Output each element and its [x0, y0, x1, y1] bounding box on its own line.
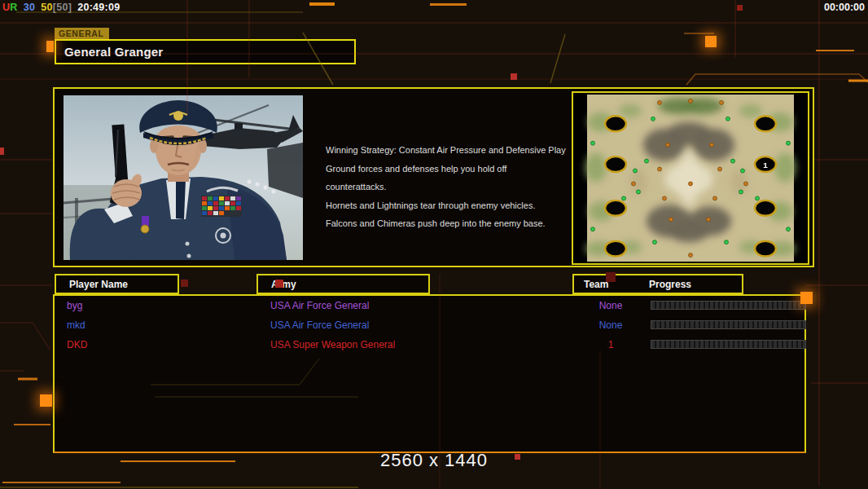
team-progress-header: Team Progress	[572, 274, 743, 294]
counter-reserve: [50]	[53, 2, 72, 13]
counter-blue: 30	[24, 2, 36, 13]
army-header-label: Army	[271, 279, 296, 290]
score-bar: UR3050[50]20:49:09	[2, 2, 121, 13]
team-cell: None	[574, 319, 647, 331]
glow-square	[40, 394, 52, 407]
general-tab: GENERAL	[55, 28, 109, 40]
start-position-marker: 1	[763, 161, 768, 170]
team-cell: None	[574, 300, 647, 311]
player-name-cell: DKD	[67, 339, 87, 350]
player-name-header-label: Player Name	[69, 279, 128, 290]
progress-bar	[651, 340, 806, 349]
match-timer: 00:00:00	[824, 2, 865, 13]
strategy-line: Winning Strategy: Constant Air Pressure …	[326, 141, 570, 160]
loading-screen: { "top_bar": { "letters": [ { "text": "U…	[0, 0, 868, 489]
team-letter-r: R	[10, 2, 17, 13]
general-name: General Granger	[64, 45, 163, 59]
glow-square	[705, 36, 717, 47]
player-name-cell: mkd	[67, 319, 85, 331]
minimap: 1	[572, 91, 809, 265]
team-letter-u: U	[2, 2, 10, 13]
clock: 20:49:09	[77, 2, 120, 13]
army-cell: USA Air Force General	[270, 319, 369, 331]
player-row: byg USA Air Force General None	[55, 296, 804, 315]
army-cell: USA Super Weapon General	[270, 339, 395, 350]
progress-bar	[651, 301, 806, 310]
general-portrait	[64, 95, 303, 260]
glow-square	[46, 41, 54, 52]
army-cell: USA Air Force General	[270, 300, 369, 311]
player-list-panel: byg USA Air Force General None mkd USA A…	[53, 294, 806, 453]
player-name-cell: byg	[67, 300, 82, 311]
general-info-panel: Winning Strategy: Constant Air Pressure …	[53, 87, 814, 267]
strategy-text: Winning Strategy: Constant Air Pressure …	[326, 141, 570, 233]
team-cell: 1	[574, 339, 647, 350]
minimap-image: 1	[573, 93, 808, 263]
player-row: mkd USA Air Force General None	[55, 315, 804, 335]
progress-header-label: Progress	[649, 279, 691, 290]
strategy-line: Ground forces and defenses help you hold…	[326, 160, 570, 196]
counter-yellow: 50	[41, 2, 53, 13]
strategy-line: Hornets and Lightnings tear through enem…	[326, 196, 570, 215]
progress-bar	[651, 320, 806, 329]
strategy-line: Falcons and Chimeras push deep into the …	[326, 214, 570, 233]
army-header: Army	[256, 274, 430, 294]
general-name-box: General Granger	[55, 39, 356, 64]
player-name-header: Player Name	[55, 274, 179, 294]
team-header-label: Team	[584, 279, 608, 290]
player-row: DKD USA Super Weapon General 1	[55, 335, 804, 355]
